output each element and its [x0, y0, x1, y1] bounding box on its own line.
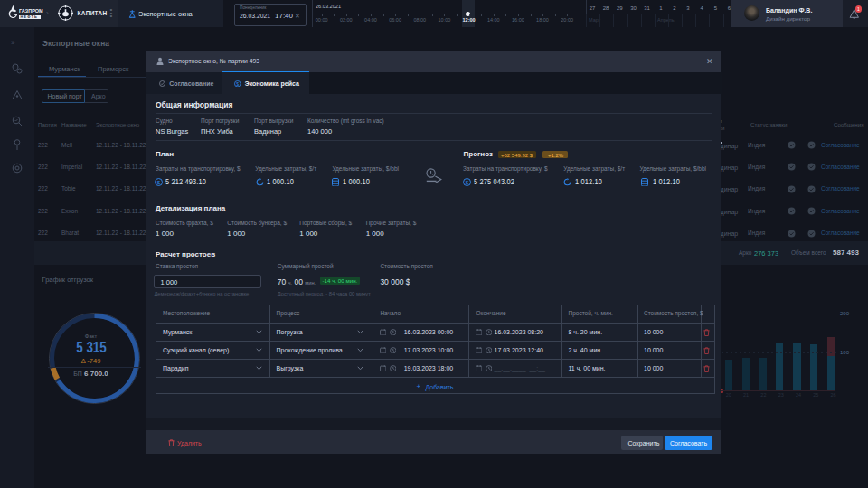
svg-text:$: $: [466, 178, 469, 184]
svg-text:$: $: [156, 178, 160, 184]
